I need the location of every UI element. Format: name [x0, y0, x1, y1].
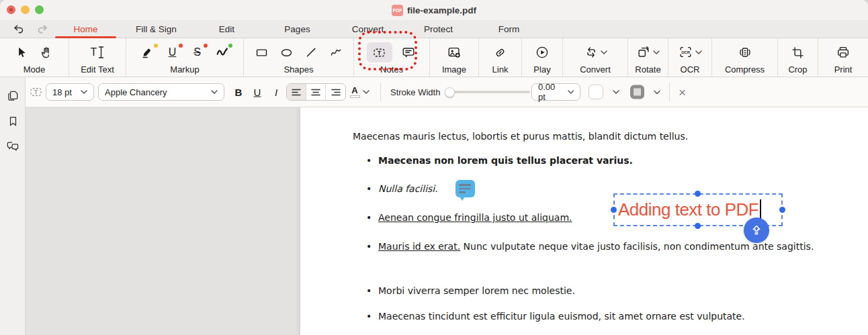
ocr-button[interactable]: OCR [678, 45, 702, 60]
rectangle-icon [255, 46, 269, 60]
bullet-marker: • [366, 238, 378, 255]
highlight-tool-button[interactable] [139, 44, 157, 61]
group-label-shapes: Shapes [284, 64, 313, 75]
note-annotation[interactable] [455, 180, 475, 197]
compress-icon [738, 45, 752, 60]
chevron-down-icon [613, 90, 619, 94]
close-format-bar-button[interactable]: × [679, 86, 686, 99]
undo-icon [12, 23, 25, 36]
tab-home[interactable]: Home [50, 20, 121, 38]
pointer-icon [15, 46, 29, 60]
ellipse-shape-button[interactable] [277, 44, 295, 61]
bold-button[interactable]: B [231, 87, 246, 98]
underline-tool-button[interactable]: U [164, 44, 181, 61]
tab-edit[interactable]: Edit [191, 20, 262, 38]
tab-pages[interactable]: Pages [262, 20, 333, 38]
tab-fill-and-sign[interactable]: Fill & Sign [121, 20, 191, 38]
group-image: Image [430, 38, 479, 77]
convert-button[interactable] [584, 45, 607, 60]
text-format-bar: T 18 pt Apple Chancery B U I A [26, 77, 868, 107]
scribble-icon [329, 46, 343, 60]
resize-handle-right[interactable] [779, 207, 785, 213]
bullet-marker: • [366, 282, 378, 299]
undo-button[interactable] [11, 22, 26, 37]
group-label-print: Print [834, 64, 853, 75]
align-right-button[interactable] [326, 84, 345, 100]
chevron-down-icon [654, 90, 660, 94]
link-button[interactable] [492, 44, 509, 61]
comment-note-button[interactable] [400, 44, 417, 61]
group-label-rotate: Rotate [635, 64, 660, 75]
window-title: PDF file-example.pdf [0, 0, 868, 20]
play-button[interactable] [533, 44, 551, 61]
align-center-button[interactable] [306, 84, 326, 100]
list-item: • Morbi viverra semper lorem nec molesti… [366, 282, 836, 299]
group-print: Print [818, 38, 868, 77]
group-label-notes: Notes [380, 64, 403, 75]
print-icon [836, 45, 851, 60]
tab-form[interactable]: Form [474, 20, 544, 38]
resize-handle-left[interactable] [611, 207, 617, 213]
scribble-shape-button[interactable] [327, 44, 345, 61]
comments-panel-button[interactable] [4, 138, 21, 155]
border-color-swatch [630, 85, 644, 99]
rectangle-shape-button[interactable] [253, 44, 270, 61]
draw-tool-button[interactable] [214, 44, 231, 61]
group-label-compress: Compress [725, 64, 765, 75]
add-image-button[interactable] [445, 44, 463, 61]
bullet-marker: • [366, 180, 378, 197]
text-box-icon: T [372, 46, 387, 60]
italic-button[interactable]: I [269, 87, 284, 98]
border-color-button[interactable] [630, 85, 660, 99]
bullet-marker: • [366, 152, 378, 169]
rotate-button[interactable] [636, 45, 660, 60]
chevron-down-icon [568, 90, 574, 94]
stroke-width-dropdown[interactable]: 0.00 pt [531, 83, 580, 101]
strikeout-tool-button[interactable]: S [189, 44, 206, 61]
edit-text-icon: T [91, 47, 97, 58]
svg-text:T: T [34, 89, 38, 95]
hand-mode-button[interactable] [38, 44, 56, 61]
group-edit-text: T Edit Text [69, 38, 126, 77]
hand-icon [40, 46, 54, 60]
divider [669, 83, 670, 101]
arrow-up-export-icon [749, 223, 764, 238]
resize-handle-top[interactable] [695, 191, 701, 197]
group-label-image: Image [442, 64, 466, 75]
text-box-tool-button[interactable]: T [367, 42, 392, 62]
edit-text-button[interactable]: T [86, 44, 109, 61]
font-color-icon: A [350, 86, 360, 98]
line-shape-button[interactable] [302, 44, 320, 61]
strikeout-icon: S [193, 47, 201, 58]
group-label-markup: Markup [170, 64, 199, 75]
alignment-group [286, 83, 346, 101]
fill-color-button[interactable] [589, 85, 619, 99]
print-button[interactable] [834, 44, 852, 61]
group-ocr: OCR OCR [668, 38, 712, 77]
underline-button[interactable]: U [250, 87, 265, 98]
font-size-dropdown[interactable]: 18 pt [46, 83, 94, 101]
pointer-mode-button[interactable] [13, 44, 31, 61]
stroke-width-slider-knob[interactable] [445, 87, 455, 97]
stroke-width-slider[interactable] [446, 91, 530, 93]
group-label-edit-text: Edit Text [81, 64, 114, 75]
group-play: Play [522, 38, 563, 77]
redo-button[interactable] [35, 22, 50, 37]
resize-handle-bottom[interactable] [695, 223, 701, 229]
line-icon [304, 46, 318, 60]
chevron-down-icon [363, 90, 370, 94]
font-family-dropdown[interactable]: Apple Chancery [98, 83, 224, 101]
tab-protect[interactable]: Protect [403, 20, 474, 38]
align-left-button[interactable] [287, 84, 306, 100]
bookmarks-button[interactable] [4, 112, 21, 130]
ellipse-icon [279, 46, 294, 60]
font-color-button[interactable]: A [347, 86, 372, 98]
text-box-mode-indicator[interactable]: T [28, 85, 44, 99]
tab-convert[interactable]: Convert [333, 20, 403, 38]
link-icon [493, 46, 507, 60]
chevron-down-icon [81, 90, 87, 94]
compress-button[interactable] [736, 44, 754, 61]
crop-button[interactable] [789, 44, 807, 61]
export-text-box-button[interactable] [744, 218, 769, 243]
page-thumbnails-button[interactable] [4, 87, 21, 104]
